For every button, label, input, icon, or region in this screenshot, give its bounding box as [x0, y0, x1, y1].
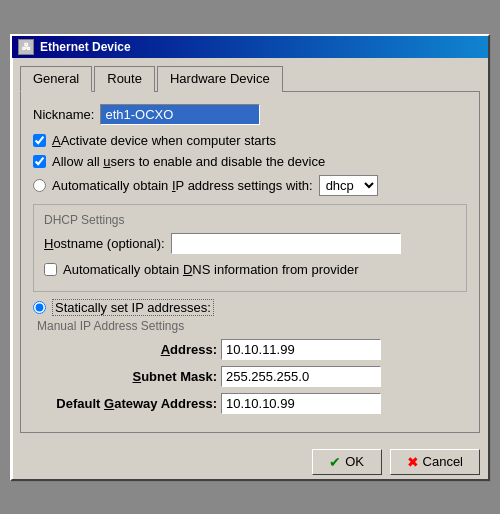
- auto-ip-row: Automatically obtain IP address settings…: [33, 175, 467, 196]
- hostname-row: Hostname (optional):: [44, 233, 456, 254]
- auto-ip-label: Automatically obtain IP address settings…: [52, 178, 313, 193]
- ok-label: OK: [345, 454, 364, 469]
- auto-dns-label: Automatically obtain DNS information fro…: [63, 262, 359, 277]
- manual-section-title: Manual IP Address Settings: [37, 319, 467, 333]
- gateway-label: Default Gateway Address:: [37, 396, 217, 411]
- address-label: Address:: [37, 342, 217, 357]
- title-bar: 🖧 Ethernet Device: [12, 36, 488, 58]
- window-content: General Route Hardware Device Nickname: …: [12, 58, 488, 441]
- ok-icon: ✔: [329, 454, 341, 470]
- activate-label: AActivate device when computer starts: [52, 133, 276, 148]
- nickname-label: Nickname:: [33, 107, 94, 122]
- window-icon: 🖧: [18, 39, 34, 55]
- address-input[interactable]: [221, 339, 381, 360]
- allow-users-label: Allow all users to enable and disable th…: [52, 154, 325, 169]
- activate-row: AActivate device when computer starts: [33, 133, 467, 148]
- static-ip-radio[interactable]: [33, 301, 46, 314]
- allow-users-row: Allow all users to enable and disable th…: [33, 154, 467, 169]
- hostname-label: Hostname (optional):: [44, 236, 165, 251]
- tab-bar: General Route Hardware Device: [20, 66, 480, 92]
- nickname-input[interactable]: [100, 104, 260, 125]
- auto-dns-row: Automatically obtain DNS information fro…: [44, 262, 456, 277]
- dhcp-select[interactable]: dhcp bootp: [319, 175, 378, 196]
- cancel-button[interactable]: ✖ Cancel: [390, 449, 480, 475]
- allow-users-checkbox[interactable]: [33, 155, 46, 168]
- gateway-row: Default Gateway Address:: [37, 393, 467, 414]
- nickname-row: Nickname:: [33, 104, 467, 125]
- subnet-label: Subnet Mask:: [37, 369, 217, 384]
- manual-ip-section: Manual IP Address Settings Address: Subn…: [37, 319, 467, 414]
- dhcp-settings-section: DHCP Settings Hostname (optional): Autom…: [33, 204, 467, 292]
- tab-general[interactable]: General: [20, 66, 92, 92]
- address-row: Address:: [37, 339, 467, 360]
- static-ip-row: Statically set IP addresses:: [33, 300, 467, 315]
- tab-route[interactable]: Route: [94, 66, 155, 92]
- auto-ip-radio[interactable]: [33, 179, 46, 192]
- gateway-input[interactable]: [221, 393, 381, 414]
- activate-checkbox[interactable]: [33, 134, 46, 147]
- dhcp-section-title: DHCP Settings: [44, 213, 456, 227]
- button-row: ✔ OK ✖ Cancel: [12, 441, 488, 479]
- ok-button[interactable]: ✔ OK: [312, 449, 382, 475]
- subnet-input[interactable]: [221, 366, 381, 387]
- static-ip-label: Statically set IP addresses:: [52, 300, 214, 315]
- auto-dns-checkbox[interactable]: [44, 263, 57, 276]
- tab-hardware-device[interactable]: Hardware Device: [157, 66, 283, 92]
- cancel-icon: ✖: [407, 454, 419, 470]
- cancel-label: Cancel: [423, 454, 463, 469]
- ethernet-device-window: 🖧 Ethernet Device General Route Hardware…: [10, 34, 490, 481]
- hostname-input[interactable]: [171, 233, 401, 254]
- window-title: Ethernet Device: [40, 40, 131, 54]
- tab-content-general: Nickname: AActivate device when computer…: [20, 91, 480, 433]
- subnet-row: Subnet Mask:: [37, 366, 467, 387]
